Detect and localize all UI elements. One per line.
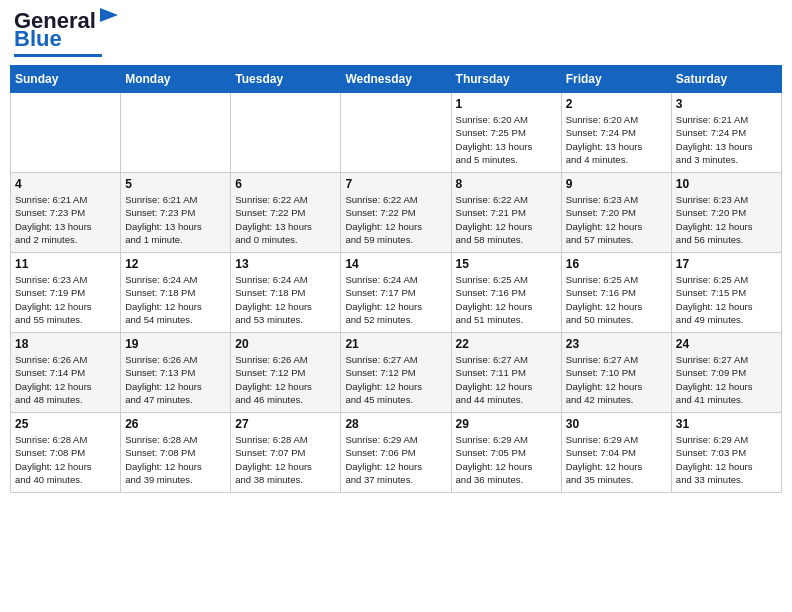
day-number: 7 <box>345 177 446 191</box>
day-info: Sunrise: 6:25 AM Sunset: 7:16 PM Dayligh… <box>456 273 557 326</box>
day-info: Sunrise: 6:21 AM Sunset: 7:23 PM Dayligh… <box>15 193 116 246</box>
day-info: Sunrise: 6:24 AM Sunset: 7:17 PM Dayligh… <box>345 273 446 326</box>
day-info: Sunrise: 6:22 AM Sunset: 7:22 PM Dayligh… <box>235 193 336 246</box>
day-number: 1 <box>456 97 557 111</box>
day-number: 9 <box>566 177 667 191</box>
day-info: Sunrise: 6:29 AM Sunset: 7:04 PM Dayligh… <box>566 433 667 486</box>
day-info: Sunrise: 6:21 AM Sunset: 7:24 PM Dayligh… <box>676 113 777 166</box>
day-number: 8 <box>456 177 557 191</box>
day-info: Sunrise: 6:24 AM Sunset: 7:18 PM Dayligh… <box>125 273 226 326</box>
logo-underline <box>14 54 102 57</box>
day-info: Sunrise: 6:22 AM Sunset: 7:22 PM Dayligh… <box>345 193 446 246</box>
day-number: 31 <box>676 417 777 431</box>
calendar-cell: 4Sunrise: 6:21 AM Sunset: 7:23 PM Daylig… <box>11 173 121 253</box>
calendar-cell <box>341 93 451 173</box>
calendar-cell: 11Sunrise: 6:23 AM Sunset: 7:19 PM Dayli… <box>11 253 121 333</box>
day-info: Sunrise: 6:23 AM Sunset: 7:19 PM Dayligh… <box>15 273 116 326</box>
day-number: 3 <box>676 97 777 111</box>
calendar-cell: 25Sunrise: 6:28 AM Sunset: 7:08 PM Dayli… <box>11 413 121 493</box>
day-number: 27 <box>235 417 336 431</box>
calendar-cell: 22Sunrise: 6:27 AM Sunset: 7:11 PM Dayli… <box>451 333 561 413</box>
calendar-cell: 2Sunrise: 6:20 AM Sunset: 7:24 PM Daylig… <box>561 93 671 173</box>
day-number: 10 <box>676 177 777 191</box>
calendar-cell: 12Sunrise: 6:24 AM Sunset: 7:18 PM Dayli… <box>121 253 231 333</box>
calendar-cell: 24Sunrise: 6:27 AM Sunset: 7:09 PM Dayli… <box>671 333 781 413</box>
day-number: 17 <box>676 257 777 271</box>
calendar-week-row: 4Sunrise: 6:21 AM Sunset: 7:23 PM Daylig… <box>11 173 782 253</box>
day-info: Sunrise: 6:26 AM Sunset: 7:13 PM Dayligh… <box>125 353 226 406</box>
day-info: Sunrise: 6:26 AM Sunset: 7:12 PM Dayligh… <box>235 353 336 406</box>
calendar-cell: 9Sunrise: 6:23 AM Sunset: 7:20 PM Daylig… <box>561 173 671 253</box>
day-info: Sunrise: 6:25 AM Sunset: 7:16 PM Dayligh… <box>566 273 667 326</box>
calendar-header-tuesday: Tuesday <box>231 66 341 93</box>
day-number: 26 <box>125 417 226 431</box>
calendar-cell: 7Sunrise: 6:22 AM Sunset: 7:22 PM Daylig… <box>341 173 451 253</box>
calendar-cell: 3Sunrise: 6:21 AM Sunset: 7:24 PM Daylig… <box>671 93 781 173</box>
day-number: 15 <box>456 257 557 271</box>
calendar-cell: 10Sunrise: 6:23 AM Sunset: 7:20 PM Dayli… <box>671 173 781 253</box>
calendar-cell: 20Sunrise: 6:26 AM Sunset: 7:12 PM Dayli… <box>231 333 341 413</box>
day-info: Sunrise: 6:27 AM Sunset: 7:09 PM Dayligh… <box>676 353 777 406</box>
calendar-cell <box>11 93 121 173</box>
logo: General Blue <box>14 10 120 57</box>
calendar-table: SundayMondayTuesdayWednesdayThursdayFrid… <box>10 65 782 493</box>
calendar-week-row: 18Sunrise: 6:26 AM Sunset: 7:14 PM Dayli… <box>11 333 782 413</box>
calendar-cell: 19Sunrise: 6:26 AM Sunset: 7:13 PM Dayli… <box>121 333 231 413</box>
calendar-cell: 30Sunrise: 6:29 AM Sunset: 7:04 PM Dayli… <box>561 413 671 493</box>
calendar-cell: 6Sunrise: 6:22 AM Sunset: 7:22 PM Daylig… <box>231 173 341 253</box>
calendar-cell: 5Sunrise: 6:21 AM Sunset: 7:23 PM Daylig… <box>121 173 231 253</box>
calendar-cell: 31Sunrise: 6:29 AM Sunset: 7:03 PM Dayli… <box>671 413 781 493</box>
logo-arrow-icon <box>98 4 120 26</box>
day-number: 20 <box>235 337 336 351</box>
day-info: Sunrise: 6:28 AM Sunset: 7:08 PM Dayligh… <box>15 433 116 486</box>
calendar-cell: 8Sunrise: 6:22 AM Sunset: 7:21 PM Daylig… <box>451 173 561 253</box>
calendar-header-friday: Friday <box>561 66 671 93</box>
day-info: Sunrise: 6:25 AM Sunset: 7:15 PM Dayligh… <box>676 273 777 326</box>
day-info: Sunrise: 6:23 AM Sunset: 7:20 PM Dayligh… <box>566 193 667 246</box>
calendar-header-sunday: Sunday <box>11 66 121 93</box>
day-number: 28 <box>345 417 446 431</box>
day-info: Sunrise: 6:27 AM Sunset: 7:12 PM Dayligh… <box>345 353 446 406</box>
day-info: Sunrise: 6:26 AM Sunset: 7:14 PM Dayligh… <box>15 353 116 406</box>
calendar-cell: 14Sunrise: 6:24 AM Sunset: 7:17 PM Dayli… <box>341 253 451 333</box>
calendar-cell <box>231 93 341 173</box>
day-number: 29 <box>456 417 557 431</box>
calendar-cell: 17Sunrise: 6:25 AM Sunset: 7:15 PM Dayli… <box>671 253 781 333</box>
day-number: 11 <box>15 257 116 271</box>
day-number: 13 <box>235 257 336 271</box>
calendar-header-saturday: Saturday <box>671 66 781 93</box>
calendar-cell: 26Sunrise: 6:28 AM Sunset: 7:08 PM Dayli… <box>121 413 231 493</box>
day-number: 16 <box>566 257 667 271</box>
calendar-header-wednesday: Wednesday <box>341 66 451 93</box>
day-number: 6 <box>235 177 336 191</box>
page-header: General Blue <box>10 10 782 57</box>
calendar-header-thursday: Thursday <box>451 66 561 93</box>
day-info: Sunrise: 6:27 AM Sunset: 7:10 PM Dayligh… <box>566 353 667 406</box>
day-info: Sunrise: 6:21 AM Sunset: 7:23 PM Dayligh… <box>125 193 226 246</box>
day-info: Sunrise: 6:20 AM Sunset: 7:24 PM Dayligh… <box>566 113 667 166</box>
day-info: Sunrise: 6:22 AM Sunset: 7:21 PM Dayligh… <box>456 193 557 246</box>
calendar-cell: 15Sunrise: 6:25 AM Sunset: 7:16 PM Dayli… <box>451 253 561 333</box>
calendar-cell: 18Sunrise: 6:26 AM Sunset: 7:14 PM Dayli… <box>11 333 121 413</box>
day-number: 12 <box>125 257 226 271</box>
day-number: 25 <box>15 417 116 431</box>
day-number: 21 <box>345 337 446 351</box>
day-number: 23 <box>566 337 667 351</box>
day-number: 2 <box>566 97 667 111</box>
day-number: 5 <box>125 177 226 191</box>
calendar-header-monday: Monday <box>121 66 231 93</box>
calendar-week-row: 11Sunrise: 6:23 AM Sunset: 7:19 PM Dayli… <box>11 253 782 333</box>
day-number: 24 <box>676 337 777 351</box>
calendar-header-row: SundayMondayTuesdayWednesdayThursdayFrid… <box>11 66 782 93</box>
day-number: 22 <box>456 337 557 351</box>
day-info: Sunrise: 6:27 AM Sunset: 7:11 PM Dayligh… <box>456 353 557 406</box>
day-info: Sunrise: 6:20 AM Sunset: 7:25 PM Dayligh… <box>456 113 557 166</box>
day-info: Sunrise: 6:29 AM Sunset: 7:03 PM Dayligh… <box>676 433 777 486</box>
calendar-cell: 29Sunrise: 6:29 AM Sunset: 7:05 PM Dayli… <box>451 413 561 493</box>
day-number: 14 <box>345 257 446 271</box>
calendar-cell: 27Sunrise: 6:28 AM Sunset: 7:07 PM Dayli… <box>231 413 341 493</box>
day-number: 18 <box>15 337 116 351</box>
day-info: Sunrise: 6:29 AM Sunset: 7:05 PM Dayligh… <box>456 433 557 486</box>
day-number: 19 <box>125 337 226 351</box>
day-number: 30 <box>566 417 667 431</box>
